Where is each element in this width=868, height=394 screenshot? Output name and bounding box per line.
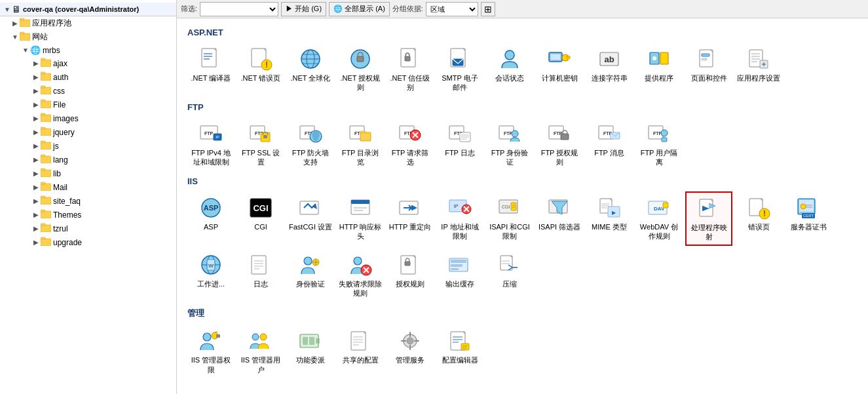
net-auth-item[interactable]: .NET 授权规则	[337, 43, 384, 96]
show-all-button[interactable]: 🌐 全部显示 (A)	[329, 2, 390, 16]
expand-icon-apppool[interactable]: ▶	[10, 19, 20, 28]
sidebar-item-lib[interactable]: ▶ lib	[0, 167, 176, 180]
ftp-ssl-item[interactable]: FTP FTP SSL 设置	[237, 117, 284, 170]
conn-string-item[interactable]: ab 连接字符串	[586, 43, 633, 96]
sidebar-item-jquery-label: jquery	[53, 128, 75, 137]
sidebar-item-apppool[interactable]: ▶ 应用程序池	[0, 16, 176, 30]
config-editor-item[interactable]: 配置编辑器	[436, 325, 483, 378]
feature-deleg-item[interactable]: 功能委派	[287, 325, 334, 378]
filter-select[interactable]	[200, 2, 278, 16]
iis-mgr-perm-item[interactable]: IIS 管理器权限	[187, 325, 235, 378]
expand-icon-css[interactable]: ▶	[31, 87, 41, 96]
expand-icon-js[interactable]: ▶	[31, 142, 41, 151]
iis-mgr-user-item[interactable]: IIS 管理器用户	[237, 325, 284, 378]
sidebar-item-sitefaq[interactable]: ▶ site_faq	[0, 194, 176, 208]
sidebar-item-tzrul[interactable]: ▶ tzrul	[0, 222, 176, 235]
expand-icon[interactable]: ▼	[3, 5, 12, 14]
sidebar-item-css[interactable]: ▶ css	[0, 84, 176, 98]
sidebar-item-ajax[interactable]: ▶ ajax	[0, 56, 176, 70]
sidebar-item-lang[interactable]: ▶ lang	[0, 153, 176, 167]
expand-icon-jquery[interactable]: ▶	[31, 128, 41, 137]
cgi-item[interactable]: CGI CGI	[237, 191, 284, 246]
svg-rect-84	[263, 135, 267, 138]
auth3-item[interactable]: 身份验证	[287, 248, 334, 302]
ftp-user-iso-label: FTP 用户隔离	[637, 148, 681, 167]
group-by-select[interactable]: 区域	[426, 2, 478, 16]
shared-config-item[interactable]: 共享的配置	[337, 325, 384, 378]
http-response-item[interactable]: HTTP 响应标头	[337, 191, 384, 246]
folder-icon-ajax	[41, 58, 51, 67]
sidebar-item-file[interactable]: ▶ File	[0, 98, 176, 111]
sidebar-item-jquery[interactable]: ▶ jquery	[0, 125, 176, 139]
ftp-request-item[interactable]: FTP FTP 请求筛选	[387, 117, 434, 170]
work-progress-item[interactable]: W 工作进...	[187, 248, 235, 302]
fastcgi-item[interactable]: FastCGI 设置	[287, 191, 334, 246]
mgmt-svc-item[interactable]: 管理服务	[387, 325, 434, 378]
expand-icon-auth[interactable]: ▶	[31, 73, 41, 82]
ftp-ipv4-item[interactable]: FTP IP FTP IPv4 地址和域限制	[187, 117, 235, 170]
sidebar-item-mrbs[interactable]: ▼ 🌐 mrbs	[0, 44, 176, 56]
expand-icon-lib[interactable]: ▶	[31, 169, 41, 178]
session-item[interactable]: 会话状态	[486, 43, 533, 96]
svg-rect-211	[414, 340, 419, 342]
compress-item[interactable]: 压缩	[486, 248, 533, 302]
sidebar-item-upgrade[interactable]: ▶ upgrade	[0, 235, 176, 249]
sidebar-item-themes[interactable]: ▶ Themes	[0, 208, 176, 222]
expand-icon-themes[interactable]: ▶	[31, 210, 41, 220]
ftp-auth-item[interactable]: FTP FTP 身份验证	[486, 117, 533, 170]
expand-icon-upgrade[interactable]: ▶	[31, 238, 41, 247]
sidebar-item-js[interactable]: ▶ js	[0, 139, 176, 153]
expand-icon-tzrul[interactable]: ▶	[31, 224, 41, 233]
ftp-perm-item[interactable]: FTP FTP 授权规则	[536, 117, 583, 170]
page-controls-item[interactable]: 页面和控件	[685, 43, 732, 96]
mime-item[interactable]: ▶ MIME 类型	[586, 191, 633, 246]
isapi-filter-item[interactable]: ISAPI 筛选器	[536, 191, 583, 246]
expand-icon-file[interactable]: ▶	[31, 100, 41, 109]
server-cert-item[interactable]: CERT 服务器证书	[785, 191, 832, 246]
sidebar-item-auth[interactable]: ▶ auth	[0, 70, 176, 84]
http-redirect-item[interactable]: HTTP 重定向	[387, 191, 434, 246]
svg-rect-67	[702, 54, 709, 56]
app-settings-item[interactable]: 应用程序设置	[735, 43, 782, 96]
machine-key-item[interactable]: 计算机密钥	[536, 43, 583, 96]
handler-map-item[interactable]: 处理程序映射	[685, 191, 732, 246]
net-compile-icon	[199, 47, 223, 71]
expand-icon-website[interactable]: ▼	[10, 33, 20, 42]
net-trust-item[interactable]: .NET 信任级别	[387, 43, 434, 96]
start-button[interactable]: ▶ 开始 (G)	[281, 2, 326, 16]
view-button[interactable]: ⊞	[481, 2, 495, 16]
shared-config-icon	[349, 329, 372, 353]
ftp-log-item[interactable]: FTP FTP 日志	[436, 117, 483, 170]
providers-item[interactable]: 提供程序	[635, 43, 683, 96]
net-global-item[interactable]: .NET 全球化	[287, 43, 334, 96]
asp-item[interactable]: ASP ASP	[187, 191, 235, 246]
logging-item[interactable]: 日志	[237, 248, 284, 302]
output-cache-item[interactable]: 输出缓存	[436, 248, 483, 302]
error-pages-item[interactable]: ! 错误页	[735, 191, 782, 246]
expand-icon-lang[interactable]: ▶	[31, 155, 41, 165]
expand-icon-images[interactable]: ▶	[31, 114, 41, 123]
expand-icon-sitefaq[interactable]: ▶	[31, 197, 41, 206]
ftp-msg-item[interactable]: FTP FTP 消息	[586, 117, 633, 170]
server-node[interactable]: ▼ 🖥 cover-qa (cover-qa\Administrator)	[0, 3, 176, 16]
smtp-item[interactable]: SMTP 电子邮件	[436, 43, 483, 96]
ftp-browse-item[interactable]: FTP FTP 目录浏览	[337, 117, 384, 170]
svg-rect-9	[41, 86, 45, 88]
sidebar: ▼ 🖥 cover-qa (cover-qa\Administrator) ▶ …	[0, 0, 177, 394]
isapi-cgi-item[interactable]: CGI ISAPI 和CGI 限制	[486, 191, 533, 246]
ftp-user-iso-item[interactable]: FTP FTP 用户隔离	[635, 117, 683, 170]
authz-rules-item[interactable]: 授权规则	[387, 248, 434, 302]
sidebar-item-mail[interactable]: ▶ Mail	[0, 180, 176, 194]
sidebar-item-images[interactable]: ▶ images	[0, 111, 176, 125]
ip-domain-item[interactable]: IP IP 地址和域限制	[436, 191, 483, 246]
svg-rect-21	[41, 168, 45, 170]
expand-icon-mail[interactable]: ▶	[31, 183, 41, 192]
net-error-item[interactable]: ! .NET 错误页	[237, 43, 284, 96]
sidebar-item-website[interactable]: ▼ 网站	[0, 30, 176, 44]
webdav-item[interactable]: DAV WebDAV 创作规则	[635, 191, 683, 246]
expand-icon-ajax[interactable]: ▶	[31, 59, 41, 68]
fail-request-item[interactable]: 失败请求限除规则	[337, 248, 384, 302]
expand-icon-mrbs[interactable]: ▼	[21, 46, 30, 55]
net-compile-item[interactable]: .NET 编译器	[187, 43, 235, 96]
ftp-firewall-item[interactable]: FTP FTP 防火墙支持	[287, 117, 334, 170]
